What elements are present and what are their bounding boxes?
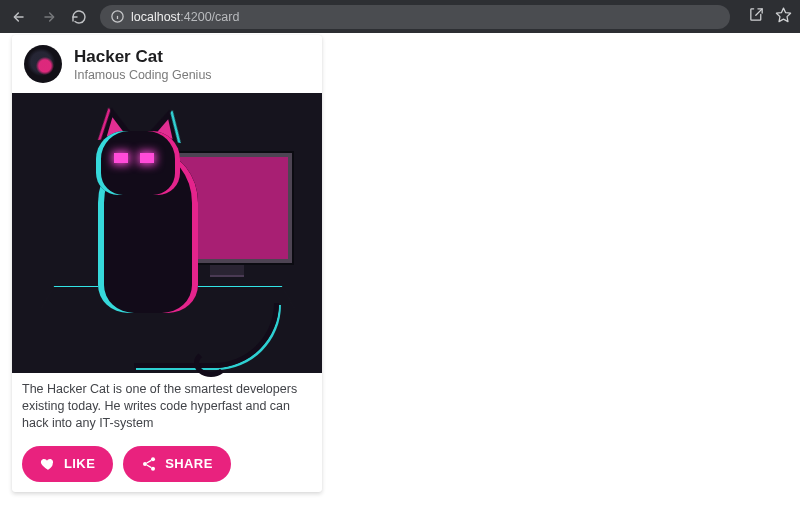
card-hero-image xyxy=(12,93,322,373)
card-title-block: Hacker Cat Infamous Coding Genius xyxy=(74,47,212,82)
share-icon xyxy=(141,456,157,472)
share-button[interactable]: SHARE xyxy=(123,446,231,482)
svg-point-7 xyxy=(151,457,155,461)
page-content: Hacker Cat Infamous Coding Genius The Ha… xyxy=(0,33,800,523)
heart-icon xyxy=(40,456,56,472)
site-info-icon[interactable] xyxy=(110,9,125,24)
share-label: SHARE xyxy=(165,456,213,471)
card-subtitle: Infamous Coding Genius xyxy=(74,68,212,82)
svg-marker-6 xyxy=(776,8,790,21)
bookmark-button[interactable] xyxy=(775,6,792,27)
share-box-icon xyxy=(748,6,765,23)
avatar xyxy=(24,45,62,83)
like-button[interactable]: LIKE xyxy=(22,446,113,482)
reload-button[interactable] xyxy=(68,6,90,28)
like-label: LIKE xyxy=(64,456,95,471)
share-page-button[interactable] xyxy=(748,6,765,27)
nav-controls xyxy=(8,6,90,28)
forward-button[interactable] xyxy=(38,6,60,28)
card-description: The Hacker Cat is one of the smartest de… xyxy=(12,373,322,436)
url-text: localhost:4200/card xyxy=(131,10,239,24)
arrow-right-icon xyxy=(41,9,57,25)
back-button[interactable] xyxy=(8,6,30,28)
arrow-left-icon xyxy=(11,9,27,25)
svg-point-8 xyxy=(143,462,147,466)
browser-right-controls xyxy=(748,6,792,27)
card-actions: LIKE SHARE xyxy=(12,436,322,492)
url-host: localhost xyxy=(131,10,180,24)
reload-icon xyxy=(71,9,87,25)
card-title: Hacker Cat xyxy=(74,47,212,67)
svg-point-9 xyxy=(151,466,155,470)
star-icon xyxy=(775,6,792,23)
profile-card: Hacker Cat Infamous Coding Genius The Ha… xyxy=(12,35,322,492)
url-path: :4200/card xyxy=(180,10,239,24)
address-bar[interactable]: localhost:4200/card xyxy=(100,5,730,29)
browser-toolbar: localhost:4200/card xyxy=(0,0,800,33)
card-header: Hacker Cat Infamous Coding Genius xyxy=(12,35,322,93)
